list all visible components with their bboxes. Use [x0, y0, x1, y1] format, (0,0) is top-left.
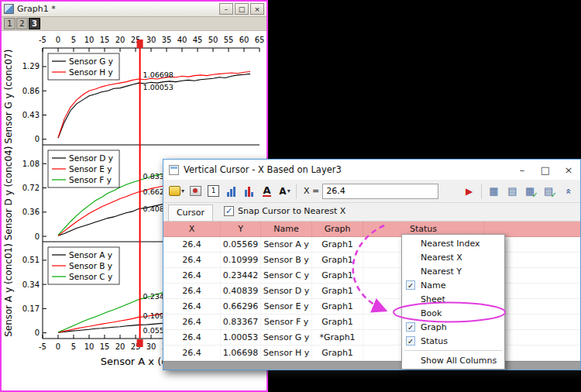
- collapse-icon: «: [562, 188, 573, 194]
- table-row[interactable]: 26.4 0.05569 Sensor A y Graph1: [163, 237, 580, 253]
- collapse-dialog-button[interactable]: «: [559, 182, 577, 201]
- histogram-button[interactable]: [222, 182, 240, 201]
- histogram-cursor-button[interactable]: [240, 182, 258, 201]
- y-axis-title: Sensor A y (conc01): [3, 243, 14, 337]
- check-icon: ✓: [406, 280, 415, 290]
- table-row[interactable]: 26.4 1.06698 Sensor H y Graph1: [163, 346, 580, 361]
- menu-item-nearest-index[interactable]: Nearest Index: [403, 236, 504, 250]
- go-to-report-button[interactable]: ▤: [504, 182, 521, 201]
- report-check-icon: ▤ ✓: [544, 185, 555, 197]
- graph-minimize-button[interactable]: –: [219, 3, 233, 15]
- svg-text:10: 10: [84, 36, 95, 44]
- play-icon: ▶: [466, 186, 473, 197]
- sheet-check-icon: ▦ ✓: [525, 185, 537, 197]
- graph-window-titlebar[interactable]: Graph1 * – □ ×: [2, 2, 266, 17]
- cursor-top-marker: [137, 40, 143, 48]
- new-window-button[interactable]: ▦: [485, 182, 503, 201]
- layer-select-button[interactable]: 1: [205, 182, 222, 201]
- layer-tab-3[interactable]: 3: [29, 18, 40, 29]
- snap-checkbox[interactable]: ✓: [224, 206, 234, 216]
- cell-y: 1.00053: [221, 330, 261, 345]
- menu-separator: [404, 350, 502, 351]
- svg-text:5: 5: [71, 342, 76, 351]
- cell-y: 0.83367: [221, 315, 261, 329]
- output-to-report-button[interactable]: ▤ ✓: [541, 182, 559, 201]
- toolbar-separator: [481, 184, 482, 199]
- column-header-graph[interactable]: Graph: [312, 222, 363, 236]
- menu-item-nearest-x[interactable]: Nearest X: [403, 250, 504, 264]
- cursor-value-label: 1.00053: [143, 83, 174, 91]
- dialog-titlebar[interactable]: Vertical Cursor - X Based on Layer3 – □ …: [163, 160, 580, 180]
- snapshot-button[interactable]: [187, 182, 205, 201]
- font-size-button[interactable]: A ▾: [276, 182, 294, 201]
- layer-tab-1[interactable]: 1: [4, 18, 15, 29]
- check-icon: ✓: [406, 322, 415, 332]
- svg-text:45: 45: [193, 36, 203, 44]
- cell-y: 0.40839: [221, 284, 261, 298]
- cursor-gadget-button[interactable]: ▾: [167, 182, 187, 201]
- table-row[interactable]: 26.4 0.83367 Sensor F y Graph1: [163, 315, 580, 330]
- menu-item-nearest-y[interactable]: Nearest Y: [403, 264, 504, 278]
- output-to-sheet-button[interactable]: ▦ ✓: [522, 182, 540, 201]
- dialog-close-button[interactable]: ×: [557, 160, 580, 180]
- column-header-x[interactable]: X: [163, 222, 221, 236]
- svg-text:Sensor C y: Sensor C y: [69, 272, 112, 281]
- graph-window-title: Graph1 *: [17, 4, 218, 14]
- svg-text:30: 30: [146, 342, 156, 351]
- table-row[interactable]: 26.4 0.23442 Sensor C y Graph1: [163, 268, 580, 284]
- cell-graph: Graph1: [312, 346, 363, 360]
- column-header-y[interactable]: Y: [221, 222, 261, 236]
- snap-checkbox-group[interactable]: ✓ Snap Cursor to Nearest X: [224, 206, 346, 216]
- dialog-minimize-button[interactable]: –: [511, 160, 534, 180]
- cell-graph: Graph1: [312, 253, 363, 267]
- svg-text:0: 0: [56, 342, 60, 351]
- menu-item-label: Status: [418, 336, 448, 346]
- table-scroll-area[interactable]: [163, 361, 580, 370]
- x-value-input[interactable]: [322, 184, 438, 199]
- menu-item-sheet[interactable]: Sheet: [403, 292, 504, 306]
- snap-checkbox-label: Snap Cursor to Nearest X: [238, 206, 346, 216]
- font-style-button[interactable]: A: [258, 182, 276, 201]
- menu-item-label: Name: [418, 280, 445, 291]
- menu-item-status[interactable]: ✓ Status: [403, 334, 504, 348]
- grid-window-icon: ▦: [489, 185, 498, 197]
- y-axis-title: Sensor G y (conc07): [3, 50, 14, 144]
- table-row[interactable]: 26.4 1.00053 Sensor G y *Graph1: [163, 330, 580, 346]
- svg-text:0: 0: [35, 232, 40, 241]
- menu-item-show-all-columns[interactable]: Show All Columns: [403, 353, 504, 367]
- table-row[interactable]: 26.4 0.10999 Sensor B y Graph1: [163, 253, 580, 268]
- layer-tab-2[interactable]: 2: [16, 18, 28, 29]
- y-axis-title: Sensor D y (conc04): [3, 146, 14, 241]
- menu-check-gutter: ✓: [403, 322, 418, 332]
- menu-item-name[interactable]: ✓ Name: [403, 278, 504, 292]
- toolbar-separator: [296, 184, 297, 199]
- dialog-icon: [169, 165, 179, 175]
- table-row[interactable]: 26.4 0.40839 Sensor D y Graph1: [163, 284, 580, 299]
- layer-tab-strip: 1 2 3: [2, 17, 266, 31]
- table-header-row: X Y Name Graph Status: [163, 222, 580, 237]
- dialog-maximize-button[interactable]: □: [534, 160, 557, 180]
- menu-item-label: Graph: [418, 322, 447, 332]
- menu-item-book[interactable]: Book: [403, 306, 504, 320]
- svg-text:0: 0: [56, 36, 60, 44]
- graph-restore-button[interactable]: □: [235, 3, 249, 15]
- tab-cursor[interactable]: Cursor: [168, 205, 213, 221]
- cell-x: 26.4: [163, 284, 221, 298]
- dialog-title: Vertical Cursor - X Based on Layer3: [184, 164, 511, 175]
- run-button[interactable]: ▶: [460, 182, 478, 201]
- svg-text:1.08: 1.08: [22, 160, 40, 168]
- column-header-name[interactable]: Name: [261, 222, 312, 236]
- camera-icon: [190, 186, 201, 196]
- svg-text:-5: -5: [39, 342, 46, 351]
- cell-y: 0.66296: [221, 299, 261, 314]
- menu-item-label: Book: [418, 308, 442, 318]
- graph-close-button[interactable]: ×: [250, 3, 264, 15]
- layer-number-icon: 1: [208, 185, 219, 197]
- svg-text:0: 0: [35, 135, 40, 143]
- menu-item-graph[interactable]: ✓ Graph: [403, 320, 504, 334]
- svg-text:15: 15: [100, 342, 110, 351]
- svg-text:0: 0: [35, 328, 40, 337]
- cell-name: Sensor D y: [261, 284, 312, 298]
- cell-y: 0.05569: [221, 237, 261, 252]
- table-row[interactable]: 26.4 0.66296 Sensor E y Graph1: [163, 299, 580, 315]
